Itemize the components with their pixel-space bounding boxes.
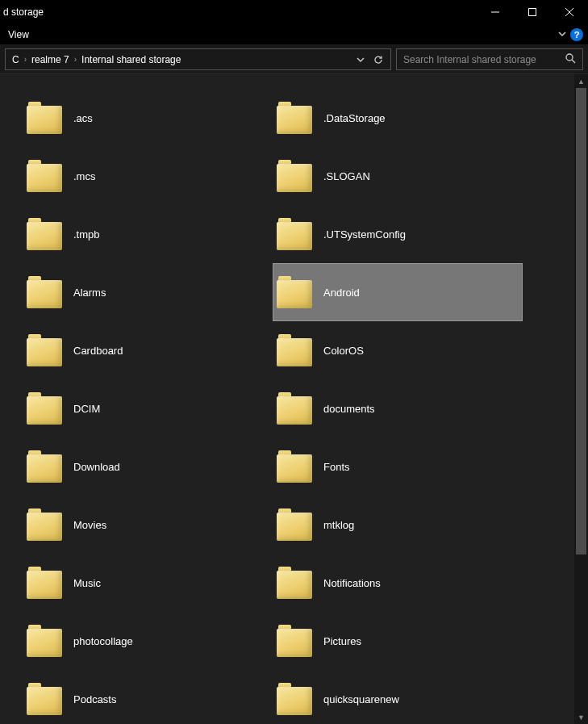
folder-label: documents	[323, 403, 375, 415]
folder-icon	[27, 625, 62, 657]
folder-item[interactable]: Fonts	[273, 437, 523, 496]
menubar-right: ?	[557, 27, 583, 42]
folder-item[interactable]: quicksquarenew	[273, 670, 523, 724]
folder-item[interactable]: Movies	[23, 496, 273, 554]
folder-icon	[277, 276, 312, 308]
folder-label: Cardboard	[73, 345, 123, 357]
folder-label: quicksquarenew	[323, 693, 399, 705]
folder-icon	[27, 218, 62, 250]
titlebar: d storage	[0, 0, 588, 24]
folder-label: .DataStorage	[323, 112, 386, 124]
address-bar[interactable]: C › realme 7 › Internal shared storage	[5, 48, 391, 70]
folder-item[interactable]: mtklog	[273, 496, 523, 554]
ribbon-chevron-icon[interactable]	[557, 27, 567, 42]
search-box[interactable]	[396, 48, 583, 70]
search-input[interactable]	[403, 54, 560, 65]
breadcrumb-item[interactable]: realme 7	[28, 54, 73, 65]
folder-icon	[27, 334, 62, 366]
folder-item[interactable]: Alarms	[23, 263, 273, 321]
folder-label: .mcs	[73, 170, 95, 182]
folder-label: .tmpb	[73, 228, 100, 241]
folder-icon	[277, 450, 312, 483]
search-icon[interactable]	[565, 52, 576, 67]
folder-label: Android	[323, 287, 360, 299]
svg-rect-1	[529, 9, 536, 16]
folder-grid: .acs .DataStorage .mcs .SLOGAN .tmpb .UT…	[0, 74, 574, 724]
close-button[interactable]	[551, 0, 588, 24]
folder-label: DCIM	[73, 403, 100, 415]
folder-icon	[277, 392, 312, 425]
content-area: .acs .DataStorage .mcs .SLOGAN .tmpb .UT…	[0, 74, 588, 724]
folder-item-android[interactable]: Android	[273, 263, 523, 321]
folder-label: .UTSystemConfig	[323, 228, 406, 241]
folder-icon	[277, 508, 312, 541]
history-chevron-icon[interactable]	[353, 56, 368, 64]
folder-icon	[27, 683, 62, 715]
folder-label: Podcasts	[73, 693, 116, 705]
folder-icon	[27, 160, 62, 192]
chevron-right-icon: ›	[74, 55, 77, 64]
window-title: d storage	[3, 6, 44, 18]
menubar: View ?	[0, 24, 588, 45]
breadcrumb-item[interactable]: Internal shared storage	[78, 54, 184, 65]
folder-item[interactable]: photocollage	[23, 612, 273, 670]
folder-item[interactable]: Cardboard	[23, 321, 273, 379]
folder-icon	[277, 102, 312, 134]
navigation-row: C › realme 7 › Internal shared storage	[0, 45, 588, 74]
scroll-thumb[interactable]	[576, 88, 586, 555]
folder-icon	[277, 218, 312, 250]
folder-item[interactable]: .SLOGAN	[273, 147, 523, 205]
folder-item[interactable]: .UTSystemConfig	[273, 205, 523, 263]
folder-item[interactable]: Podcasts	[23, 670, 273, 724]
folder-icon	[277, 160, 312, 192]
help-icon[interactable]: ?	[570, 28, 583, 41]
folder-icon	[27, 450, 62, 483]
folder-item[interactable]: .tmpb	[23, 205, 273, 263]
scroll-track[interactable]	[574, 88, 588, 710]
folder-label: .acs	[73, 112, 93, 124]
folder-item[interactable]: Pictures	[273, 612, 523, 670]
folder-label: Fonts	[323, 461, 350, 473]
window-controls	[477, 0, 588, 24]
breadcrumb-item[interactable]: C	[9, 54, 23, 65]
folder-item[interactable]: .DataStorage	[273, 89, 523, 147]
folder-item[interactable]: ColorOS	[273, 321, 523, 379]
chevron-right-icon: ›	[24, 55, 27, 64]
folder-icon	[27, 508, 62, 541]
folder-item[interactable]: Notifications	[273, 554, 523, 612]
folder-item[interactable]: DCIM	[23, 379, 273, 437]
svg-line-5	[572, 60, 575, 63]
folder-icon	[27, 567, 62, 599]
folder-label: photocollage	[73, 635, 133, 647]
folder-label: Music	[73, 577, 101, 589]
folder-label: Movies	[73, 519, 106, 531]
refresh-icon[interactable]	[369, 54, 387, 65]
folder-item[interactable]: .mcs	[23, 147, 273, 205]
folder-label: Alarms	[73, 287, 106, 299]
folder-label: .SLOGAN	[323, 170, 370, 182]
menu-view[interactable]: View	[3, 27, 34, 42]
folder-item[interactable]: .acs	[23, 89, 273, 147]
folder-label: mtklog	[323, 519, 354, 531]
maximize-button[interactable]	[514, 0, 551, 24]
folder-icon	[27, 102, 62, 134]
folder-item[interactable]: Download	[23, 437, 273, 496]
folder-label: Pictures	[323, 635, 361, 647]
folder-label: ColorOS	[323, 345, 364, 357]
folder-icon	[27, 276, 62, 308]
folder-item[interactable]: Music	[23, 554, 273, 612]
folder-label: Download	[73, 461, 120, 473]
svg-point-4	[566, 54, 573, 61]
folder-label: Notifications	[323, 577, 381, 589]
folder-icon	[277, 683, 312, 715]
folder-icon	[277, 567, 312, 599]
vertical-scrollbar[interactable]: ▲ ▼	[574, 74, 588, 724]
folder-icon	[277, 625, 312, 657]
folder-icon	[277, 334, 312, 366]
folder-item[interactable]: documents	[273, 379, 523, 437]
minimize-button[interactable]	[477, 0, 514, 24]
scroll-down-icon[interactable]: ▼	[574, 710, 588, 724]
scroll-up-icon[interactable]: ▲	[574, 74, 588, 88]
folder-icon	[27, 392, 62, 425]
